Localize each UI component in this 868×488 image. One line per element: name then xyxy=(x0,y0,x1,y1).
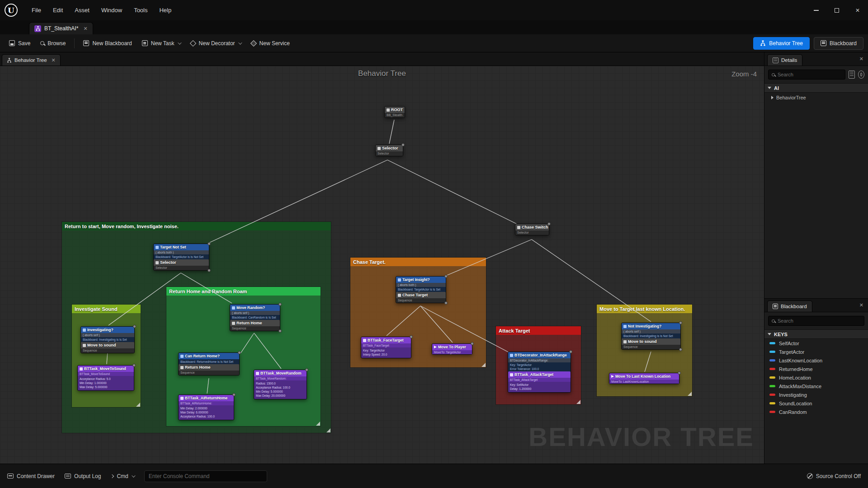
node-move-random[interactable]: Move Random? ( aborts self ) Blackboard:… xyxy=(230,304,280,331)
asset-tab-bt-stealthai[interactable]: BT_StealthAI* ✕ xyxy=(29,22,93,34)
search-icon xyxy=(772,73,775,76)
decorator-icon xyxy=(156,246,159,249)
display-options-icon[interactable] xyxy=(849,70,855,79)
cmd-dropdown[interactable]: Cmd xyxy=(111,473,134,479)
task-detail: Acceptance Radius: 5.0 xyxy=(80,377,132,381)
node-bttask-moverandom[interactable]: BTTask_MoveRandom BTTask_MoveRandom: Rad… xyxy=(254,370,307,399)
new-task-button[interactable]: New Task xyxy=(137,37,185,50)
details-search-box[interactable] xyxy=(768,70,845,80)
comment-investigate-sound[interactable]: Investigate Sound xyxy=(71,304,141,408)
composite-subtitle: Sequence xyxy=(230,326,280,331)
input-pin[interactable] xyxy=(238,351,241,354)
blackboard-mode-button[interactable]: Blackboard xyxy=(814,37,863,50)
menu-edit[interactable]: Edit xyxy=(48,5,68,16)
main-area: Behavior Tree ✕ Behavior Tree Zoom -4 BE… xyxy=(0,52,868,464)
decorator-aborts: ( aborts self ) xyxy=(622,329,680,333)
input-pin[interactable] xyxy=(208,242,211,245)
node-not-investigating[interactable]: Not Investigating? ( aborts self ) Black… xyxy=(621,323,681,350)
input-pin[interactable] xyxy=(679,321,682,324)
task-detail: Acceptance Radius: 100.0 xyxy=(256,385,305,389)
source-control-status[interactable]: Source Control Off xyxy=(807,473,861,479)
minimize-button[interactable] xyxy=(806,0,826,20)
task-detail: Key: SelfActor xyxy=(510,383,569,387)
graph-tab-close-icon[interactable]: ✕ xyxy=(52,57,56,63)
blackboard-key-investigating[interactable]: Investigating xyxy=(764,390,868,399)
browse-button[interactable]: Browse xyxy=(36,37,70,50)
menu-window[interactable]: Window xyxy=(96,5,127,16)
node-can-return-home[interactable]: Can Return Home? Blackboard: ReturnedHom… xyxy=(178,352,240,375)
save-button[interactable]: Save xyxy=(5,37,35,50)
task-subtitle: BTTask_FaceTarget xyxy=(361,343,411,347)
node-selector[interactable]: Selector Selector xyxy=(375,145,403,156)
minimize-icon xyxy=(814,10,819,11)
blackboard-key-attackmaxdistance[interactable]: AttackMaxDistance xyxy=(764,382,868,390)
node-move-to-player[interactable]: Move To Player MoveTo: TargetActor xyxy=(432,343,472,355)
input-pin[interactable] xyxy=(410,335,413,338)
input-pin[interactable] xyxy=(278,303,282,306)
task-icon xyxy=(80,367,83,371)
console-command-input[interactable] xyxy=(144,470,267,482)
input-pin[interactable] xyxy=(678,371,681,375)
blackboard-key-homelocation[interactable]: HomeLocation xyxy=(764,373,868,382)
maximize-button[interactable] xyxy=(826,0,847,20)
input-pin[interactable] xyxy=(444,275,448,278)
blackboard-key-lastknownlocation[interactable]: LastKnownLocation xyxy=(764,356,868,365)
new-blackboard-button[interactable]: New Blackboard xyxy=(79,37,136,50)
blackboard-key-canrandom[interactable]: CanRandom xyxy=(764,408,868,416)
input-pin[interactable] xyxy=(133,325,136,328)
input-pin[interactable] xyxy=(305,368,308,371)
node-bttask-movetosound[interactable]: BTTask_MoveToSound BTTask_MoveToSound Ac… xyxy=(77,365,134,391)
content-drawer-button[interactable]: Content Drawer xyxy=(7,473,55,479)
node-target-not-set[interactable]: Target Not Set ( aborts both ) Blackboar… xyxy=(153,244,209,271)
blackboard-search-input[interactable] xyxy=(778,318,861,324)
graph-tab-behavior-tree[interactable]: Behavior Tree ✕ xyxy=(2,54,61,66)
graph-canvas[interactable]: Behavior Tree Zoom -4 BEHAVIOR TREE Retu… xyxy=(0,66,764,464)
new-decorator-button[interactable]: New Decorator xyxy=(186,37,245,50)
node-btdecorator-inattackrange[interactable]: BTDecorator_InAttackRange BTDecorator_In… xyxy=(508,352,571,393)
blackboard-search-box[interactable] xyxy=(768,316,864,326)
blackboard-key-returnedhome[interactable]: ReturnedHome xyxy=(764,365,868,373)
output-pin[interactable] xyxy=(547,222,551,225)
composite-title: Selector xyxy=(160,260,176,265)
details-close-icon[interactable]: ✕ xyxy=(859,56,863,62)
asset-tab-close-icon[interactable]: ✕ xyxy=(83,26,87,32)
new-service-button[interactable]: New Service xyxy=(246,37,294,50)
menu-file[interactable]: File xyxy=(27,5,46,16)
node-bttask-aireturnhome[interactable]: BTTask_AIReturnHome BTTask_AIReturnHome:… xyxy=(178,394,234,420)
node-move-to-last-known-location[interactable]: Move To Last Known Location MoveTo: Last… xyxy=(609,373,679,384)
details-row-behaviortree[interactable]: BehaviorTree xyxy=(764,93,868,102)
blackboard-key-selfactor[interactable]: SelfActor xyxy=(764,339,868,347)
node-bttask-facetarget[interactable]: BTTask_FaceTarget BTTask_FaceTarget Key:… xyxy=(361,337,411,358)
menu-help[interactable]: Help xyxy=(154,5,176,16)
menu-asset[interactable]: Asset xyxy=(70,5,94,16)
output-pin[interactable] xyxy=(401,143,405,146)
input-pin[interactable] xyxy=(132,364,136,367)
details-category-ai[interactable]: AI xyxy=(764,83,868,93)
node-root[interactable]: ROOT BB_Stealth xyxy=(384,106,405,118)
close-button[interactable]: ✕ xyxy=(847,0,868,20)
node-target-insight[interactable]: Target Insight? ( aborts both ) Blackboa… xyxy=(396,276,446,303)
move-to-icon xyxy=(611,375,614,378)
input-pin[interactable] xyxy=(471,342,474,345)
behavior-tree-mode-button[interactable]: Behavior Tree xyxy=(753,37,810,50)
details-search-input[interactable] xyxy=(778,72,842,77)
settings-gear-icon[interactable] xyxy=(858,70,864,79)
menu-tools[interactable]: Tools xyxy=(129,5,152,16)
blackboard-key-soundlocation[interactable]: SoundLocation xyxy=(764,399,868,408)
new-decorator-icon xyxy=(189,40,196,46)
input-pin[interactable] xyxy=(569,350,572,353)
tab-details[interactable]: Details xyxy=(767,54,802,66)
details-panel: Details ✕ AI BehaviorTree xyxy=(764,52,868,299)
task-subtitle: MoveTo: LastKnownLocation xyxy=(609,380,679,384)
decorator-icon xyxy=(398,278,401,282)
node-investigating[interactable]: Investigating? ( aborts self ) Blackboar… xyxy=(80,326,135,353)
node-chase-switch[interactable]: Chase Switch Selector xyxy=(515,224,549,235)
key-type-pill xyxy=(769,385,775,387)
blackboard-keys-header[interactable]: KEYS xyxy=(764,329,868,339)
blackboard-key-targetactor[interactable]: TargetActor xyxy=(764,347,868,356)
asset-tab-label: BT_StealthAI* xyxy=(44,25,78,32)
input-pin[interactable] xyxy=(232,393,236,396)
blackboard-close-icon[interactable]: ✕ xyxy=(859,302,863,308)
tab-blackboard[interactable]: Blackboard xyxy=(767,300,812,312)
output-log-button[interactable]: Output Log xyxy=(65,473,101,479)
